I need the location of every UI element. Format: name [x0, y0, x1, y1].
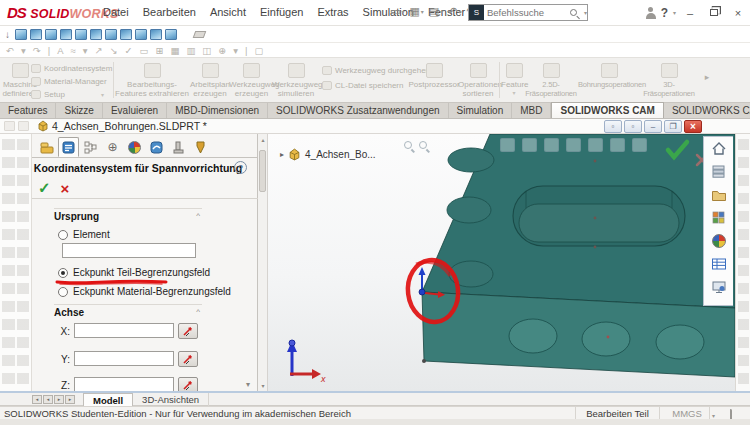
- tab-mbd-dimensionen[interactable]: MBD-Dimensionen: [167, 103, 268, 118]
- radio-stock-bbox[interactable]: [58, 287, 68, 297]
- tab-solidworks-cam-tbm[interactable]: SOLIDWORKS CAM TBM: [664, 103, 750, 118]
- display-style-icon[interactable]: [566, 138, 581, 152]
- view-orientation-icon[interactable]: [544, 138, 559, 152]
- tab-scroll-left-icon[interactable]: ◂: [43, 395, 53, 404]
- origin-option-part-bbox[interactable]: Eckpunkt Teil-Begrenzungsfeld: [58, 267, 210, 278]
- view-cube-icon[interactable]: [75, 29, 87, 40]
- drilling-operations-button[interactable]: Bohrungsoperationen: [578, 63, 640, 89]
- x-reverse-direction-button[interactable]: [178, 323, 198, 339]
- tab-3d-ansichten[interactable]: 3D-Ansichten: [133, 393, 209, 406]
- scrollbar-thumb[interactable]: [259, 150, 266, 192]
- view-cube-icon[interactable]: [135, 29, 147, 40]
- print-icon[interactable]: ▤▾: [427, 5, 445, 18]
- element-selection-field[interactable]: [62, 243, 196, 258]
- cancel-button[interactable]: ×: [61, 180, 70, 197]
- undo-icon[interactable]: ↶▾: [446, 5, 463, 18]
- featuremanager-tab[interactable]: [36, 137, 57, 157]
- save-icon[interactable]: ▦▾: [407, 5, 425, 18]
- scroll-up-icon[interactable]: ▴: [259, 136, 267, 143]
- view-cube-icon[interactable]: [45, 29, 57, 40]
- doc-frame-icon[interactable]: ▫: [604, 120, 622, 133]
- ribbon-overflow-icon[interactable]: ▸: [702, 73, 712, 82]
- menu-datei[interactable]: Datei: [96, 0, 136, 25]
- generate-toolpath-button[interactable]: Werkzeugweg erzeugen: [229, 63, 274, 98]
- save-cl-file-button[interactable]: CL-Datei speichern: [322, 81, 403, 90]
- vertex-dot[interactable]: [594, 246, 597, 249]
- tab-skizze[interactable]: Skizze: [56, 103, 102, 118]
- material-manager-button[interactable]: Material-Manager: [31, 77, 107, 86]
- radio-part-bbox-selected[interactable]: [58, 268, 68, 278]
- flyout-part-name[interactable]: 4_Achsen_Bo...: [305, 149, 376, 160]
- view-cube-icon[interactable]: [60, 29, 72, 40]
- part-3d-view[interactable]: [268, 134, 735, 391]
- custom-properties-icon[interactable]: [709, 254, 729, 273]
- view-cube-icon[interactable]: [30, 29, 42, 40]
- coordinate-system-button[interactable]: Koordinatensystem: [31, 64, 112, 73]
- origin-group-header[interactable]: Ursprung ^: [54, 208, 202, 222]
- view-cube-icon[interactable]: [105, 29, 117, 40]
- file-explorer-icon[interactable]: [709, 185, 729, 204]
- axis-group-header[interactable]: Achse ^: [54, 304, 202, 318]
- ok-button[interactable]: ✓: [38, 179, 51, 197]
- eraser-icon[interactable]: [193, 31, 207, 38]
- view-cube-icon[interactable]: [165, 29, 177, 40]
- cam-feature-tree-tab[interactable]: [168, 137, 189, 157]
- appearance-icon[interactable]: [610, 138, 625, 152]
- tab-features[interactable]: Features: [0, 103, 56, 118]
- slot-pocket-floor[interactable]: [519, 204, 679, 242]
- vertex-dot[interactable]: [607, 336, 610, 339]
- origin-option-element[interactable]: Element: [58, 229, 110, 240]
- scene-icon[interactable]: [632, 138, 647, 152]
- menu-ansicht[interactable]: Ansicht: [203, 0, 253, 25]
- y-reverse-direction-button[interactable]: [178, 351, 198, 367]
- drop-view-icon[interactable]: ↓: [5, 29, 10, 40]
- origin-option-stock-bbox[interactable]: Eckpunkt Material-Begrenzungsfeld: [58, 286, 231, 297]
- y-axis-field[interactable]: [74, 351, 174, 366]
- menu-einfuegen[interactable]: Einfügen: [253, 0, 310, 25]
- open-icon[interactable]: ▭▾: [388, 5, 406, 18]
- circular-boss[interactable]: [582, 322, 630, 356]
- circular-boss[interactable]: [656, 325, 704, 359]
- scroll-down-icon[interactable]: ▾: [259, 382, 267, 389]
- zoom-fit-icon[interactable]: [404, 141, 412, 149]
- doc-restore-button[interactable]: ❐: [664, 120, 682, 133]
- sort-operations-button[interactable]: Operationen sortieren: [458, 63, 498, 98]
- hide-show-icon[interactable]: [588, 138, 603, 152]
- mill-3d-operations-button[interactable]: 3D-Fräsoperationen: [640, 63, 698, 98]
- view-cube-icon[interactable]: [120, 29, 132, 40]
- circular-boss[interactable]: [509, 319, 557, 353]
- doc-frame2-icon[interactable]: ▫: [624, 120, 642, 133]
- zoom-area-icon[interactable]: [419, 141, 427, 149]
- help-button[interactable]: ?: [661, 6, 668, 20]
- tab-modell[interactable]: Modell: [83, 393, 133, 406]
- search-scope-icon[interactable]: S: [469, 5, 484, 20]
- graphics-viewport[interactable]: ▸ 4_Achsen_Bo... x: [268, 134, 735, 391]
- tab-zusatzanwendungen[interactable]: SOLIDWORKS Zusatzanwendungen: [268, 103, 448, 118]
- panel-scrollbar[interactable]: ▴ ▾: [258, 134, 268, 391]
- panel-scroll-down-icon[interactable]: ▾: [246, 380, 250, 389]
- tab-scroll-right-icon[interactable]: ▸: [54, 395, 64, 404]
- extract-features-button[interactable]: Bearbeitungs-Features extrahieren: [115, 63, 189, 98]
- restore-button[interactable]: [704, 5, 724, 21]
- displaymanager-tab[interactable]: [124, 137, 145, 157]
- help-caret-icon[interactable]: ▾: [673, 9, 676, 16]
- user-account-icon[interactable]: [645, 7, 657, 19]
- corner-vertex-dot[interactable]: [422, 359, 426, 363]
- tab-scroll-last-icon[interactable]: ▸: [65, 395, 75, 404]
- mill-25d-operations-button[interactable]: 2.5D-Fräsoperationen: [522, 63, 580, 98]
- z-axis-field[interactable]: [74, 377, 174, 392]
- tab-evaluieren[interactable]: Evaluieren: [103, 103, 167, 118]
- view-cube-icon[interactable]: [15, 29, 27, 40]
- close-button[interactable]: ×: [728, 5, 748, 21]
- doc-minimize-button[interactable]: –: [644, 120, 662, 133]
- simulate-toolpath-button[interactable]: Werkzeugweg simulieren: [272, 63, 320, 98]
- view-cube-icon[interactable]: [150, 29, 162, 40]
- propertymanager-tab[interactable]: [58, 137, 79, 157]
- appearances-tab[interactable]: [146, 137, 167, 157]
- flyout-expand-icon[interactable]: ▸: [280, 150, 284, 159]
- tab-solidworks-cam[interactable]: SOLIDWORKS CAM: [551, 102, 663, 118]
- tab-mbd[interactable]: MBD: [512, 103, 551, 118]
- view-cube-icon[interactable]: [90, 29, 102, 40]
- tab-simulation[interactable]: Simulation: [449, 103, 513, 118]
- postprocessor-button[interactable]: Postprozessor: [408, 63, 460, 89]
